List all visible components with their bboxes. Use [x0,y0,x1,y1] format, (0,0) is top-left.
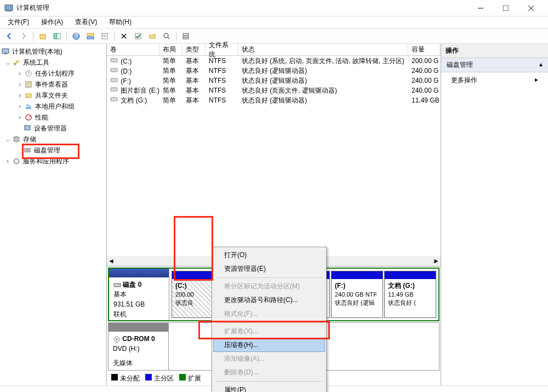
expand-icon[interactable]: ⌵ [4,59,11,66]
tree-eventviewer[interactable]: ›事件查看器 [0,79,106,90]
svg-rect-25 [4,53,7,54]
maximize-button[interactable] [493,0,518,16]
menu-file[interactable]: 文件(F) [5,16,31,28]
volume-row[interactable]: (F:)简单基本NTFS状态良好 (逻辑驱动器)240.00 G [107,76,441,86]
close-button[interactable] [518,0,544,16]
col-layout[interactable]: 布局 [159,44,182,55]
ctx-mark-active: 将分区标记为活动分区(M) [213,280,325,293]
storage-icon [12,135,21,144]
ctx-explorer[interactable]: 资源管理器(E) [213,262,325,276]
expand-icon[interactable]: › [16,113,23,121]
scroll-left-icon[interactable]: ◄ [108,257,115,265]
svg-rect-13 [102,33,107,39]
ctx-extend: 扩展卷(X)... [213,325,325,338]
actions-header: 操作 [441,44,548,58]
col-volume[interactable]: 卷 [107,44,159,55]
volume-row[interactable]: (D:)简单基本NTFS状态良好 (逻辑驱动器)240.00 G [107,66,441,76]
menubar: 文件(F) 操作(A) 查看(V) 帮助(H) [0,16,548,29]
svg-rect-46 [111,78,117,82]
svg-point-43 [15,160,18,162]
volume-list-header: 卷 布局 类型 文件系统 状态 容量 [107,44,441,56]
list-icon[interactable] [180,30,192,42]
computer-icon [1,47,10,56]
svg-rect-24 [2,49,9,53]
actions-section[interactable]: 磁盘管理 ▴ [441,58,548,72]
svg-rect-48 [111,98,117,101]
svg-rect-45 [111,69,117,72]
minimize-button[interactable] [468,0,493,16]
tree-perf[interactable]: ›性能 [0,112,106,123]
chevron-right-icon: ▸ [535,76,538,85]
volume-list[interactable]: (C:)简单基本NTFS状态良好 (系统, 启动, 页面文件, 活动, 故障转储… [107,56,441,105]
svg-rect-0 [5,5,13,10]
properties-icon[interactable] [99,30,111,42]
svg-line-20 [168,37,169,39]
actions-more[interactable]: 更多操作 ▸ [441,72,548,88]
svg-point-51 [116,338,118,340]
tree-users[interactable]: ›本地用户和组 [0,101,106,112]
tree-services[interactable]: ›服务和应用程序 [0,156,106,167]
ctx-mirror: 添加镜像(A)... [213,352,325,366]
perf-icon [24,113,33,122]
context-menu[interactable]: 打开(O) 资源管理器(E) 将分区标记为活动分区(M) 更改驱动器号和路径(C… [212,247,327,392]
svg-point-19 [164,33,168,38]
search-icon[interactable] [161,30,173,42]
ctx-change-letter[interactable]: 更改驱动器号和路径(C)... [213,293,325,307]
svg-point-31 [26,104,28,106]
tree-scheduler[interactable]: ›任务计划程序 [0,68,106,79]
scroll-right-icon[interactable]: ► [433,257,439,265]
svg-rect-21 [183,33,189,39]
volume-row[interactable]: 图片影音 (E:)简单基本NTFS状态良好 (页面文件, 逻辑驱动器)240.0… [107,86,441,95]
svg-line-35 [28,116,30,117]
svg-rect-47 [111,88,117,91]
expand-icon[interactable]: › [4,157,11,165]
delete-icon[interactable] [118,30,130,42]
tree-systools[interactable]: ⌵ 系统工具 [0,57,106,68]
ctx-shrink[interactable]: 压缩卷(H)... [213,338,325,352]
svg-rect-1 [6,10,12,12]
ctx-delete: 删除卷(D)... [213,366,325,379]
collapse-icon[interactable]: ▴ [539,60,543,70]
ctx-props[interactable]: 属性(P) [213,383,325,392]
svg-rect-12 [87,37,94,39]
menu-action[interactable]: 操作(A) [39,16,65,28]
col-type[interactable]: 类型 [182,44,206,55]
show-hide-tree-icon[interactable] [51,30,63,42]
open-icon[interactable] [146,30,158,42]
users-icon [24,102,33,111]
ctx-open[interactable]: 打开(O) [213,248,325,262]
expand-icon[interactable]: › [16,70,23,77]
check-icon[interactable] [132,30,144,42]
toolbar: ? [0,29,548,44]
col-capacity[interactable]: 容量 [408,44,440,55]
tree-storage[interactable]: ⌵存储 [0,134,106,145]
expand-icon[interactable]: › [16,103,23,110]
volume-icon [110,96,119,103]
view-icon[interactable] [84,30,96,42]
menu-help[interactable]: 帮助(H) [107,16,134,28]
up-icon[interactable] [37,30,49,42]
partition[interactable]: (F:)240.00 GB NTF状态良好 (逻辑 [331,271,383,318]
partition[interactable]: 文档 (G:)11.49 GB状态良好 ( [384,271,436,318]
expand-icon[interactable]: ⌵ [4,135,11,143]
volume-row[interactable]: (C:)简单基本NTFS状态良好 (系统, 启动, 页面文件, 活动, 故障转储… [107,56,441,66]
tree-devmgr[interactable]: 设备管理器 [0,123,106,134]
disk0-label: 磁盘 0 基本 931.51 GB 联机 [109,269,169,320]
app-icon [4,4,13,13]
clock-icon [24,69,33,78]
expand-icon[interactable]: › [16,92,23,99]
help-icon[interactable]: ? [70,30,82,42]
tree-root[interactable]: 计算机管理(本地) [0,46,106,57]
tree-diskmgmt[interactable]: 磁盘管理 [0,145,106,156]
menu-view[interactable]: 查看(V) [73,16,99,28]
expand-icon[interactable]: › [16,81,23,88]
col-fs[interactable]: 文件系统 [206,44,238,55]
back-button[interactable] [3,30,15,42]
forward-button[interactable] [18,30,30,42]
svg-rect-36 [25,126,30,130]
col-status[interactable]: 状态 [238,44,408,55]
nav-tree[interactable]: 计算机管理(本地) ⌵ 系统工具 ›任务计划程序 ›事件查看器 ›共享文件夹 ›… [0,44,107,385]
disk-icon [113,281,121,289]
tree-shared[interactable]: ›共享文件夹 [0,90,106,101]
volume-row[interactable]: 文档 (G:)简单基本NTFS状态良好 (逻辑驱动器)11.49 GB [107,95,441,105]
